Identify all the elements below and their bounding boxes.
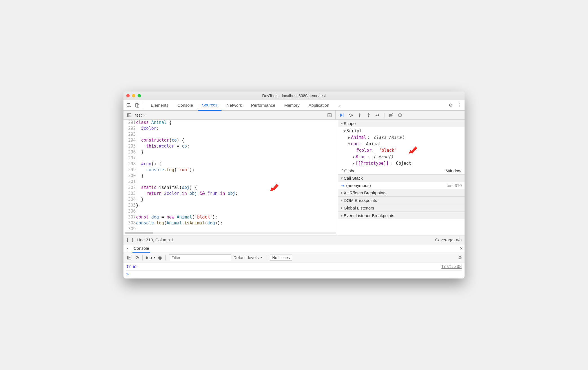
scope-row-run[interactable]: #run: ƒ #run() <box>342 154 465 160</box>
tab-sources[interactable]: Sources <box>198 100 222 111</box>
callstack-frame[interactable]: ➔ (anonymous) test:310 <box>338 182 465 189</box>
inspect-icon[interactable] <box>125 102 132 109</box>
expand-icon <box>348 137 350 139</box>
separator <box>144 102 144 108</box>
settings-icon[interactable]: ⚙ <box>447 102 454 109</box>
tab-application[interactable]: Application <box>305 100 333 110</box>
xhr-breakpoints-header[interactable]: XHR/fetch Breakpoints <box>338 189 465 197</box>
clear-console-icon[interactable]: ⊘ <box>135 255 139 260</box>
expand-icon <box>344 130 346 132</box>
scope-row-global[interactable]: Global Window <box>338 167 465 174</box>
console-output: true test:308 > <box>123 262 465 278</box>
console-settings-icon[interactable]: ⚙ <box>458 255 462 261</box>
scope-title: Scope <box>344 121 356 126</box>
drawer-menu-icon[interactable]: ⋮ <box>125 246 130 251</box>
event-listener-breakpoints-header[interactable]: Event Listener Breakpoints <box>338 212 465 219</box>
step-into-icon[interactable] <box>357 113 362 118</box>
code-editor[interactable]: 291class Animal { 292 #color; 293 294 co… <box>123 120 338 231</box>
console-log-source[interactable]: test:308 <box>441 264 462 269</box>
current-frame-icon: ➔ <box>341 183 344 188</box>
maximize-window-button[interactable] <box>138 94 141 97</box>
window-title: DevTools - localhost:8080/demo/test <box>126 93 462 98</box>
expand-icon <box>353 156 354 158</box>
console-prompt[interactable]: > <box>126 270 462 277</box>
scope-row-color[interactable]: #color: "black" <box>342 147 465 154</box>
pretty-print-icon[interactable]: { } <box>126 237 134 242</box>
cursor-position: Line 310, Column 1 <box>137 237 173 242</box>
minimize-window-button[interactable] <box>132 94 135 97</box>
scope-script[interactable]: Script <box>342 128 465 134</box>
kebab-menu-icon[interactable]: ⋮ <box>456 102 463 109</box>
step-out-icon[interactable] <box>366 113 371 118</box>
issues-button[interactable]: No Issues <box>270 255 292 261</box>
code-panel: 291class Animal { 292 #color; 293 294 co… <box>123 120 338 235</box>
svg-point-8 <box>368 116 369 117</box>
scope-body: Script Animal: class Animal dog: Animal … <box>338 127 465 167</box>
svg-rect-12 <box>399 114 400 116</box>
svg-rect-1 <box>136 103 138 107</box>
callstack-header[interactable]: Call Stack <box>338 174 465 182</box>
devtools-window: DevTools - localhost:8080/demo/test Elem… <box>123 92 465 278</box>
expand-icon <box>341 123 343 124</box>
close-tab-icon[interactable]: × <box>143 113 146 117</box>
console-filter-input[interactable] <box>169 254 231 261</box>
scope-header[interactable]: Scope <box>338 120 465 127</box>
drawer-tab-console[interactable]: Console <box>132 245 150 253</box>
expand-icon <box>341 199 342 202</box>
tab-elements[interactable]: Elements <box>147 100 173 110</box>
toggle-navigator-icon[interactable] <box>126 112 133 119</box>
tab-memory[interactable]: Memory <box>280 100 304 110</box>
scope-row-dog[interactable]: dog: Animal <box>342 141 465 147</box>
close-window-button[interactable] <box>126 94 130 97</box>
step-icon[interactable] <box>375 113 380 118</box>
expand-icon <box>341 215 342 217</box>
debugger-toolbar <box>336 111 465 120</box>
console-drawer: ⋮ Console × ⊘ top ▼ ◉ Default levels ▼ N <box>123 244 465 278</box>
more-tabs-button[interactable]: » <box>334 100 344 110</box>
main-tabbar: Elements Console Sources Network Perform… <box>123 100 465 111</box>
svg-point-7 <box>359 116 360 117</box>
tab-console[interactable]: Console <box>174 100 197 110</box>
close-drawer-icon[interactable]: × <box>460 246 463 251</box>
tab-network[interactable]: Network <box>223 100 246 110</box>
expand-icon <box>341 177 343 179</box>
resume-script-icon[interactable] <box>339 113 344 118</box>
expand-icon <box>342 168 343 171</box>
dom-breakpoints-header[interactable]: DOM Breakpoints <box>338 197 465 204</box>
svg-rect-13 <box>400 114 401 116</box>
device-toggle-icon[interactable] <box>134 102 141 109</box>
separator <box>384 113 384 118</box>
svg-marker-11 <box>398 113 402 117</box>
step-over-icon[interactable] <box>348 113 353 118</box>
deactivate-breakpoints-icon[interactable] <box>388 113 394 118</box>
drawer-tabs: ⋮ Console × <box>123 244 465 253</box>
pause-on-exceptions-icon[interactable] <box>397 113 403 118</box>
console-sidebar-toggle-icon[interactable] <box>126 254 133 261</box>
window-controls <box>126 94 141 97</box>
editor-tabs-bar: test × <box>123 111 336 120</box>
editor-status-bar: { } Line 310, Column 1 Coverage: n/a <box>123 235 465 244</box>
scope-row-proto[interactable]: [[Prototype]]: Object <box>342 160 465 167</box>
debugger-panel: Scope Script Animal: class Animal dog: <box>338 120 465 235</box>
svg-rect-5 <box>343 113 344 117</box>
toggle-debugger-sidebar-icon[interactable] <box>326 112 333 119</box>
log-levels-dropdown[interactable]: Default levels ▼ <box>233 255 263 260</box>
svg-point-9 <box>376 115 377 115</box>
file-tab-test[interactable]: test × <box>133 112 148 118</box>
global-listeners-header[interactable]: Global Listeners <box>338 204 465 212</box>
file-tab-label: test <box>135 113 142 117</box>
horizontal-scrollbar[interactable] <box>125 232 336 234</box>
console-log-value: true <box>126 264 136 269</box>
coverage-label: Coverage: n/a <box>435 237 462 242</box>
tab-performance[interactable]: Performance <box>247 100 279 110</box>
live-expression-icon[interactable]: ◉ <box>158 255 162 260</box>
expand-icon <box>353 162 354 165</box>
titlebar: DevTools - localhost:8080/demo/test <box>123 92 465 100</box>
scope-row-animal[interactable]: Animal: class Animal <box>342 134 465 141</box>
expand-icon <box>341 192 342 194</box>
svg-point-6 <box>350 116 351 117</box>
expand-icon <box>348 143 350 145</box>
expand-icon <box>341 207 342 209</box>
context-selector[interactable]: top ▼ <box>146 255 156 260</box>
main-split: 291class Animal { 292 #color; 293 294 co… <box>123 120 465 235</box>
